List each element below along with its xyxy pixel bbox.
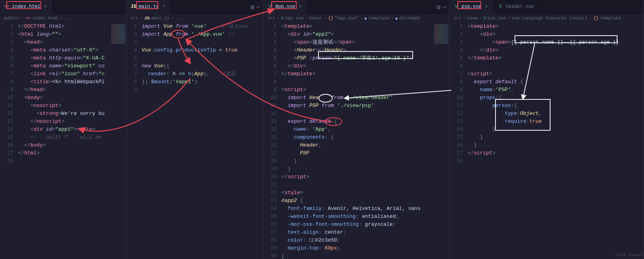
code-content[interactable]: <template> <div id="app2"> <span>这是测试</s…	[282, 23, 433, 259]
code-line[interactable]: <strong>We're sorry bu	[18, 110, 111, 118]
code-content[interactable]: <template> <div> <span>{{ person.name }}…	[468, 23, 644, 259]
code-line[interactable]: person:{	[468, 102, 644, 110]
code-line[interactable]: }).$mount('#app1')	[142, 78, 263, 86]
code-line[interactable]: </noscript>	[18, 118, 111, 126]
code-content[interactable]: <!DOCTYPE html><html lang=""> <head> <me…	[18, 23, 111, 259]
code-line[interactable]: name:'PSP',	[468, 86, 644, 94]
code-line[interactable]: render: h => h(App), //渲染	[142, 70, 263, 78]
code-line[interactable]: }	[468, 141, 644, 149]
code-line[interactable]: PSP	[282, 149, 433, 157]
code-line[interactable]: -webkit-font-smoothing: antialiased;	[282, 213, 433, 221]
code-line[interactable]: </div>	[282, 62, 433, 70]
code-line[interactable]: </head>	[18, 86, 111, 94]
code-line[interactable]: <title><%= htmlWebpackPl	[18, 78, 111, 86]
code-line[interactable]: <meta charset="utf-8">	[18, 46, 111, 54]
split-icon[interactable]: ▥	[251, 4, 254, 10]
code-line[interactable]: <span>{{ person.name }}--{{ person.age }…	[468, 38, 644, 46]
code-line[interactable]: Vue.config.productionTip = true	[142, 46, 263, 54]
code-line[interactable]: -moz-osx-font-smoothing: grayscale;	[282, 221, 433, 229]
code-line[interactable]: <noscript>	[18, 102, 111, 110]
split-icon[interactable]: ▥	[437, 4, 440, 10]
breadcrumb[interactable]: public› <> index.html› ...	[0, 14, 126, 23]
close-icon[interactable]: ×	[484, 4, 489, 10]
code-line[interactable]: <html lang="">	[18, 30, 111, 38]
code-line[interactable]: <meta http-equiv="X-UA-C	[18, 54, 111, 62]
code-line[interactable]: font-family: Avenir, Helvetica, Arial, s…	[282, 205, 433, 213]
code-line[interactable]: components: {	[282, 133, 433, 141]
code-line[interactable]	[282, 110, 433, 118]
code-line[interactable]: }	[282, 252, 433, 259]
code-line[interactable]: <PSP :person="{ name:'学生1',age:19 }">	[282, 54, 433, 62]
code-line[interactable]: }	[468, 126, 644, 133]
code-line[interactable]: <template>	[282, 23, 433, 30]
code-line[interactable]: Header,	[282, 141, 433, 149]
tab-header-vue[interactable]: V header.vue	[493, 0, 538, 14]
code-line[interactable]: </html>	[18, 149, 111, 157]
code-line[interactable]: import PSP from './view/psp'	[282, 102, 433, 110]
code-line[interactable]	[142, 54, 263, 62]
code-line[interactable]: <template>	[468, 23, 644, 30]
code-line[interactable]: </template>	[282, 70, 433, 78]
code-line[interactable]	[468, 157, 644, 165]
code-line[interactable]: color: □□#2c3e50;	[282, 236, 433, 244]
code-line[interactable]: #app2 {	[282, 197, 433, 205]
code-line[interactable]: <link rel="icon" href="<	[18, 70, 111, 78]
code-content[interactable]: import Vue from 'vue' //引入vueimport App …	[142, 23, 263, 259]
code-line[interactable]	[282, 78, 433, 86]
more-icon[interactable]: ⋯	[443, 4, 446, 10]
code-line[interactable]: </div>	[468, 46, 644, 54]
code-line[interactable]: import Vue from 'vue' //引入vue	[142, 23, 263, 30]
breadcrumb[interactable]: src› JS main.js› ...	[127, 14, 263, 23]
code-line[interactable]: margin-top: 60px;	[282, 244, 433, 252]
code-line[interactable]: require:true	[468, 118, 644, 126]
code-line[interactable]: }	[468, 133, 644, 141]
tab-psp-vue[interactable]: V psp.vue ×	[450, 0, 493, 14]
code-line[interactable]: <script>	[468, 70, 644, 78]
code-line[interactable]	[142, 86, 263, 94]
code-editor[interactable]: 1234567891011121314151617181920212223242…	[263, 23, 449, 259]
tab-main-js[interactable]: JS main.js ×	[127, 0, 171, 14]
code-line[interactable]: <span>这是测试</span>	[282, 38, 433, 46]
code-line[interactable]: <head>	[18, 38, 111, 46]
code-line[interactable]: <div id="app1"></div>	[18, 126, 111, 133]
code-line[interactable]: props:{	[468, 94, 644, 102]
code-line[interactable]: <div id="app2">	[282, 30, 433, 38]
close-icon[interactable]: ×	[161, 4, 166, 10]
close-icon[interactable]: ×	[43, 4, 48, 10]
minimap[interactable]	[433, 23, 449, 259]
more-icon[interactable]: ⋯	[257, 4, 260, 10]
code-editor[interactable]: 123456789101112131415161718 <!DOCTYPE ht…	[0, 23, 126, 259]
code-editor[interactable]: 123456789101112131415161718 <template> <…	[450, 23, 644, 259]
code-line[interactable]: <body>	[18, 94, 111, 102]
code-line[interactable]: <Header></Header>	[282, 46, 433, 54]
tab-app-vue[interactable]: V App.vue ×	[263, 0, 307, 14]
close-icon[interactable]: ×	[297, 4, 303, 10]
code-line[interactable]: new Vue({	[142, 62, 263, 70]
breadcrumb[interactable]: src› V App.vue› Vetur› {} "App.vue"› ◆ t…	[263, 14, 449, 23]
code-line[interactable]: import Header from './view/header'	[282, 94, 433, 102]
code-line[interactable]: <script>	[282, 86, 433, 94]
code-line[interactable]: </script>	[468, 149, 644, 157]
code-editor[interactable]: 123456789 import Vue from 'vue' //引入vuei…	[127, 23, 263, 259]
code-line[interactable]: }	[282, 157, 433, 165]
code-line[interactable]: </template>	[468, 54, 644, 62]
code-line[interactable]: </body>	[18, 141, 111, 149]
code-line[interactable]: type:Object,	[468, 110, 644, 118]
code-line[interactable]: text-align: center;	[282, 229, 433, 236]
code-line[interactable]: <div>	[468, 30, 644, 38]
code-line[interactable]: export default {	[468, 78, 644, 86]
code-line[interactable]	[282, 181, 433, 189]
code-line[interactable]: <style>	[282, 189, 433, 197]
code-line[interactable]	[142, 38, 263, 46]
tab-index-html[interactable]: <> index.html ×	[0, 0, 53, 14]
code-line[interactable]: import App from './App.vue' //	[142, 30, 263, 38]
code-line[interactable]: }	[282, 165, 433, 173]
code-line[interactable]: </script>	[282, 173, 433, 181]
code-line[interactable]: name: 'App',	[282, 126, 433, 133]
code-line[interactable]: export default {	[282, 118, 433, 126]
code-line[interactable]: <!-- built f will be	[18, 133, 111, 141]
code-line[interactable]	[468, 62, 644, 70]
minimap[interactable]	[111, 23, 126, 259]
code-line[interactable]	[18, 157, 111, 165]
breadcrumb[interactable]: src› view› V psp.vue› Vue Language Featu…	[450, 14, 644, 23]
